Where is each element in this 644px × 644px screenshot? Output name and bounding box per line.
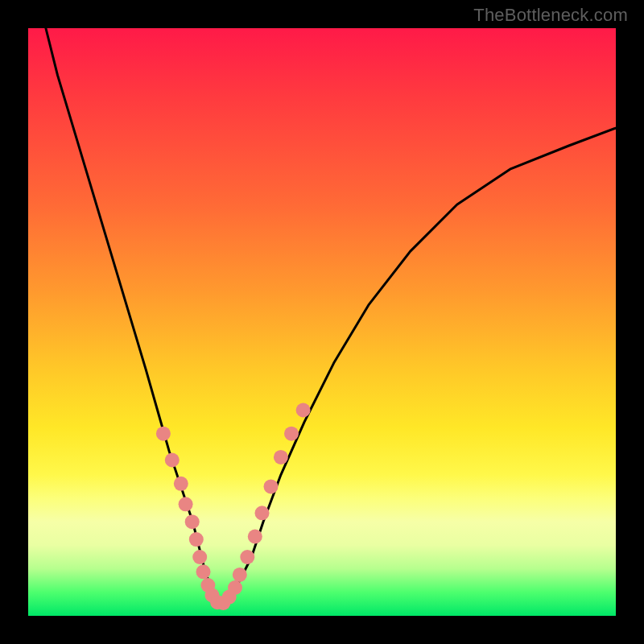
marker-dot bbox=[165, 453, 180, 468]
marker-dot bbox=[174, 477, 188, 491]
marker-dot bbox=[196, 564, 211, 579]
marker-dot bbox=[240, 550, 254, 564]
marker-cluster-left bbox=[156, 427, 237, 610]
plot-area bbox=[28, 28, 616, 616]
marker-dot bbox=[189, 532, 204, 547]
marker-dot bbox=[284, 427, 299, 441]
marker-dot bbox=[274, 450, 288, 464]
marker-dot bbox=[296, 403, 311, 418]
chart-frame: TheBottleneck.com bbox=[0, 0, 644, 644]
marker-dot bbox=[233, 568, 247, 582]
marker-dot bbox=[255, 506, 270, 520]
marker-dot bbox=[156, 427, 171, 441]
marker-cluster-right bbox=[228, 403, 311, 596]
chart-svg bbox=[28, 28, 616, 616]
marker-dot bbox=[179, 497, 193, 511]
marker-dot bbox=[228, 580, 242, 595]
bottleneck-curve bbox=[46, 28, 616, 604]
watermark-text: TheBottleneck.com bbox=[473, 5, 628, 26]
marker-dot bbox=[185, 514, 200, 529]
marker-dot bbox=[264, 479, 279, 493]
marker-dot bbox=[192, 550, 207, 564]
marker-dot bbox=[248, 530, 262, 544]
